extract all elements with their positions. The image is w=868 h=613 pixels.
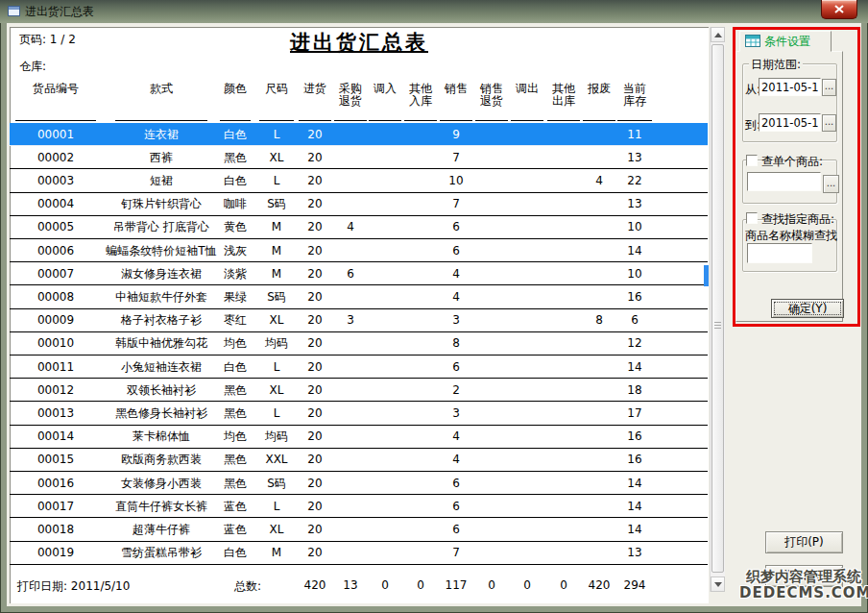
table-cell: 00012 <box>37 383 74 397</box>
table-cell: 4 <box>452 290 460 304</box>
column-underline <box>259 120 294 121</box>
single-product-browse-button[interactable]: ... <box>823 175 839 193</box>
table-cell: 钉珠片针织背心 <box>121 196 202 212</box>
single-product-input[interactable] <box>747 172 821 191</box>
table-row[interactable]: 00011小兔短袖连衣裙白色L20614 <box>10 356 708 379</box>
single-product-checkbox[interactable] <box>746 155 758 166</box>
exit-button[interactable]: 退出(R) <box>765 565 843 587</box>
table-cell: 20 <box>307 290 322 304</box>
table-cell: 韩版中袖优雅勾花 <box>115 335 207 352</box>
table-cell: 淡紫 <box>224 265 247 282</box>
table-cell: 3 <box>452 406 460 420</box>
table-row[interactable]: 00002西裤黑色XL20713 <box>10 146 708 169</box>
table-cell: L <box>274 406 280 420</box>
table-row[interactable]: 00008中袖短款牛仔外套果绿S码20416 <box>10 285 708 308</box>
table-row[interactable]: 00010韩版中袖优雅勾花均色均码20812 <box>10 332 708 356</box>
to-date-browse-button[interactable]: ... <box>822 114 836 132</box>
scroll-position-marker <box>704 265 709 286</box>
table-cell: 00006 <box>37 244 74 257</box>
table-row[interactable]: 00015欧版商务款西装黑色XXL20416 <box>10 449 708 472</box>
from-date-input[interactable] <box>759 78 821 96</box>
table-row[interactable]: 00013黑色修身长袖衬衫黑色L20317 <box>10 402 708 425</box>
table-row[interactable]: 00009格子衬衣格子衫枣红XL203386 <box>10 309 708 332</box>
table-cell: 6 <box>452 500 460 513</box>
table-cell: 14 <box>627 500 641 513</box>
scroll-up-button[interactable] <box>711 27 725 42</box>
table-cell: 黄色 <box>224 219 247 235</box>
table-cell: 20 <box>307 477 322 490</box>
column-header: 调入 <box>374 83 397 95</box>
table-cell: 黑色修身长袖衬衫 <box>115 405 207 421</box>
table-row[interactable]: 00007淑女修身连衣裙淡紫M206410 <box>10 262 708 285</box>
table-row[interactable]: 00019雪纺蛋糕吊带衫白色M20713 <box>10 542 708 565</box>
vertical-scrollbar[interactable] <box>710 27 725 592</box>
table-row[interactable]: 00003短裙白色L2010422 <box>10 169 708 192</box>
table-cell: 00004 <box>37 197 74 210</box>
table-cell: 00008 <box>37 290 74 304</box>
table-cell: 20 <box>307 128 322 141</box>
single-product-label: 查单个商品: <box>761 154 823 170</box>
table-row[interactable]: 00014莱卡棉体恤均色均码20416 <box>10 426 708 449</box>
column-header: 其他 出库 <box>552 83 575 108</box>
column-header: 款式 <box>150 83 173 95</box>
total-value: 0 <box>488 578 495 592</box>
table-row[interactable]: 00004钉珠片针织背心咖啡S码20713 <box>10 193 708 216</box>
scroll-down-button[interactable] <box>711 576 725 592</box>
table-cell: 直筒牛仔裤女长裤 <box>115 498 207 514</box>
column-underline <box>511 120 543 121</box>
date-range-legend: 日期范围: <box>749 57 803 73</box>
table-cell: 12 <box>627 336 641 350</box>
table-cell: 黑色 <box>224 149 247 165</box>
page-number: 页码: 1 / 2 <box>19 32 76 48</box>
table-cell: 00011 <box>37 360 74 374</box>
table-cell: XL <box>270 523 284 536</box>
column-header: 采购 退货 <box>339 83 362 108</box>
table-cell: 白色 <box>224 172 247 188</box>
table-cell: M <box>272 220 281 233</box>
arrow-up-icon <box>714 33 722 37</box>
fuzzy-search-checkbox[interactable] <box>746 212 758 224</box>
table-cell: 6 <box>452 244 460 257</box>
table-cell: 13 <box>627 546 641 559</box>
table-cell: 00002 <box>37 151 74 164</box>
table-row[interactable]: 00017直筒牛仔裤女长裤蓝色L20614 <box>10 495 708 518</box>
from-date-browse-button[interactable]: ... <box>822 79 836 96</box>
table-cell: 4 <box>452 267 460 281</box>
column-underline <box>220 120 251 121</box>
table-row[interactable]: 00012双领长袖衬衫黑色XL20218 <box>10 379 708 402</box>
table-row[interactable]: 00018超薄牛仔裤蓝色XL20614 <box>10 518 708 541</box>
table-cell: XL <box>270 313 284 327</box>
table-cell: 00015 <box>37 453 74 466</box>
to-date-input[interactable] <box>759 113 821 132</box>
table-cell: 格子衬衣格子衫 <box>121 312 202 329</box>
fuzzy-search-input[interactable] <box>747 243 812 263</box>
table-cell: 均码 <box>265 429 288 445</box>
table-row[interactable]: 00001连衣裙白色L20911 <box>10 123 708 146</box>
tab-label: 条件设置 <box>764 34 810 50</box>
table-cell: 20 <box>307 383 322 397</box>
print-button[interactable]: 打印(P) <box>765 531 843 553</box>
table-cell: 均码 <box>265 335 288 352</box>
table-row[interactable]: 00006蝙蝠条纹特价短袖T恤浅灰M20614 <box>10 239 708 262</box>
tab-condition-settings[interactable]: 条件设置 <box>739 31 832 52</box>
arrow-down-icon <box>714 582 722 587</box>
total-value: 0 <box>560 578 567 592</box>
total-value: 117 <box>446 578 468 592</box>
confirm-button[interactable]: 确定(Y) <box>771 299 844 318</box>
titlebar: 进出货汇总表 <box>0 0 868 23</box>
table-cell: 00009 <box>37 313 74 327</box>
total-value: 0 <box>523 578 531 592</box>
table-row[interactable]: 00005吊带背心 打底背心黄色M204610 <box>10 216 708 239</box>
table-cell: 6 <box>452 523 460 536</box>
table-cell: 莱卡棉体恤 <box>133 429 190 445</box>
table-cell: 00001 <box>37 128 74 141</box>
table-cell: S码 <box>267 196 286 212</box>
column-header: 销售 退货 <box>480 83 503 108</box>
table-cell: M <box>272 267 281 281</box>
table-row[interactable]: 00016女装修身小西装黑色S码20614 <box>10 472 708 495</box>
table-cell: 20 <box>307 523 322 536</box>
table-cell: 13 <box>627 197 641 210</box>
close-button[interactable] <box>821 0 857 19</box>
table-cell: 20 <box>307 360 322 374</box>
scrollbar-thumb[interactable] <box>711 44 724 573</box>
